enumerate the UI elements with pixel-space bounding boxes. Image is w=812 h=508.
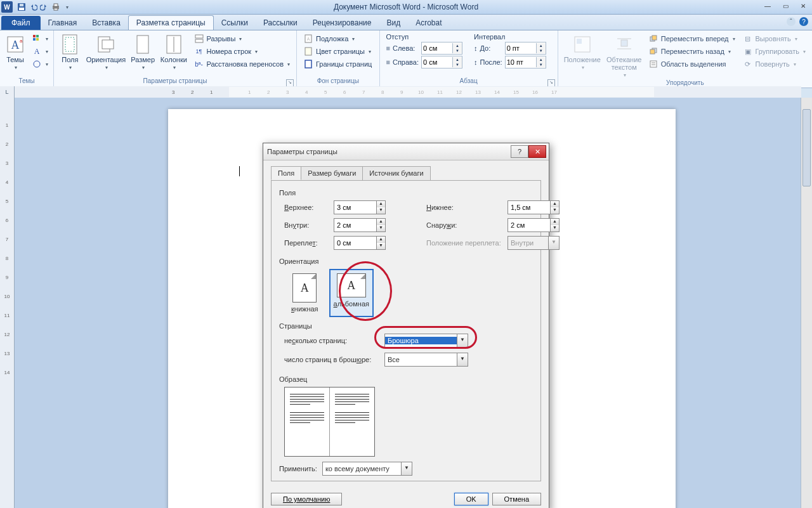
gutter-label: Переплет: — [284, 239, 329, 247]
close-button[interactable]: ✕ — [794, 0, 812, 11]
margins-section-title: Поля — [279, 189, 533, 197]
svg-rect-2 — [20, 4, 23, 6]
sheets-select[interactable]: Все▼ — [384, 353, 468, 367]
word-icon: W — [1, 1, 13, 13]
dialog-close-button[interactable]: ✕ — [528, 145, 546, 158]
dialog-tab-source[interactable]: Источник бумаги — [362, 166, 430, 180]
position-button[interactable]: Положение▾ — [562, 33, 603, 72]
page-color-button[interactable]: Цвет страницы▾ — [301, 46, 374, 57]
inside-margin-input[interactable]: ▲▼ — [334, 218, 386, 232]
ok-button[interactable]: OK — [454, 493, 488, 505]
svg-rect-10 — [36, 35, 39, 37]
indent-left-input[interactable]: ▲▼ — [421, 42, 462, 55]
outside-margin-input[interactable]: ▲▼ — [508, 218, 560, 232]
dialog-tabs: Поля Размер бумаги Источник бумаги — [271, 166, 541, 181]
svg-text:1: 1 — [6, 122, 9, 128]
horizontal-ruler-wrap: L 321 12345 678910 1112131415 1617 — [0, 86, 801, 98]
group-objects-button[interactable]: ▣Группировать▾ — [740, 46, 809, 57]
size-button[interactable]: Размер▾ — [129, 33, 156, 72]
minimize-ribbon-icon[interactable]: ˆ — [787, 17, 796, 26]
svg-rect-4 — [54, 4, 58, 6]
vertical-ruler[interactable]: 12345 678910 11121314 — [0, 98, 15, 508]
tab-home[interactable]: Главная — [41, 16, 85, 30]
tab-review[interactable]: Рецензирование — [305, 16, 379, 30]
group-pagesetup-label: Параметры страницы — [143, 77, 207, 84]
text-cursor — [239, 166, 240, 176]
indent-left-icon: ≡ — [386, 44, 390, 52]
svg-rect-9 — [33, 35, 36, 37]
sample-section-title: Образец — [279, 375, 533, 383]
align-button[interactable]: ⊟Выровнять▾ — [740, 33, 809, 44]
horizontal-ruler[interactable]: 321 12345 678910 1112131415 1617 — [15, 86, 801, 98]
cancel-button[interactable]: Отмена — [492, 493, 541, 505]
dialog-help-button[interactable]: ? — [511, 145, 528, 158]
dialog-tab-margins[interactable]: Поля — [271, 166, 301, 180]
redo-icon[interactable] — [39, 2, 49, 12]
wrap-text-button[interactable]: Обтекание текстом▾ — [605, 33, 643, 79]
svg-text:2: 2 — [6, 141, 9, 147]
bring-forward-button[interactable]: Переместить вперед▾ — [646, 33, 738, 44]
svg-rect-22 — [195, 39, 203, 42]
page-borders-button[interactable]: Границы страниц — [301, 58, 374, 70]
undo-icon[interactable] — [28, 2, 38, 12]
top-margin-input[interactable]: ▲▼ — [334, 200, 386, 214]
titlebar: W ▾ Документ Microsoft Word - Microsoft … — [0, 0, 812, 15]
svg-text:7: 7 — [6, 237, 9, 242]
vertical-scrollbar[interactable] — [801, 98, 812, 508]
preview-box — [284, 387, 375, 457]
group-paragraph-label: Абзац — [460, 77, 478, 84]
apply-to-select[interactable]: ко всему документу▼ — [322, 462, 412, 476]
minimize-button[interactable]: — — [759, 0, 776, 11]
indent-right-input[interactable]: ▲▼ — [421, 56, 462, 68]
tab-mailings[interactable]: Рассылки — [256, 16, 305, 30]
breaks-button[interactable]: Разрывы▾ — [192, 33, 292, 44]
send-backward-button[interactable]: Переместить назад▾ — [646, 46, 738, 57]
indent-right-icon: ≡ — [386, 58, 390, 66]
bottom-margin-label: Нижнее: — [426, 204, 502, 211]
columns-button[interactable]: Колонки▾ — [159, 33, 188, 72]
hyphenation-button[interactable]: bª-Расстановка переносов▾ — [192, 58, 292, 70]
svg-text:3: 3 — [172, 89, 175, 95]
save-icon[interactable] — [16, 2, 27, 12]
gutter-pos-label: Положение переплета: — [426, 239, 502, 247]
line-numbers-button[interactable]: 1¶Номера строк▾ — [192, 46, 292, 57]
help-icon[interactable]: ? — [799, 17, 808, 26]
svg-rect-18 — [137, 36, 148, 53]
spacing-after-input[interactable]: ▲▼ — [505, 56, 546, 68]
tab-references[interactable]: Ссылки — [214, 16, 256, 30]
spacing-before-input[interactable]: ▲▼ — [505, 42, 546, 55]
print-icon[interactable] — [51, 2, 61, 12]
themes-button[interactable]: Aa Темы▾ — [4, 33, 27, 72]
orientation-button[interactable]: Ориентация▾ — [85, 33, 127, 72]
theme-fonts-button[interactable]: A▾ — [29, 46, 51, 57]
tab-page-layout[interactable]: Разметка страницы — [128, 15, 214, 30]
spacing-head: Интервал — [474, 33, 546, 42]
svg-rect-14 — [63, 35, 77, 54]
tab-file[interactable]: Файл — [1, 16, 41, 30]
gutter-input[interactable]: ▲▼ — [334, 236, 386, 250]
dialog-tab-paper[interactable]: Размер бумаги — [301, 166, 363, 180]
ruler-corner: L — [0, 86, 15, 98]
svg-text:2: 2 — [191, 89, 194, 95]
tab-view[interactable]: Вид — [379, 16, 408, 30]
orientation-portrait[interactable]: A книжная — [287, 269, 323, 317]
multi-pages-select[interactable]: Брошюра▼ — [384, 334, 468, 348]
selection-pane-button[interactable]: Область выделения — [646, 58, 738, 70]
bottom-margin-input[interactable]: ▲▼ — [508, 200, 560, 214]
rotate-button[interactable]: ⟳Повернуть▾ — [740, 58, 809, 70]
svg-text:9: 9 — [6, 275, 9, 280]
tab-acrobat[interactable]: Acrobat — [408, 16, 449, 30]
qat-customize-icon[interactable]: ▾ — [62, 2, 72, 12]
svg-text:8: 8 — [6, 256, 9, 261]
theme-colors-button[interactable]: ▾ — [29, 33, 51, 44]
margins-button[interactable]: Поля▾ — [58, 33, 82, 72]
svg-text:1: 1 — [210, 89, 213, 95]
maximize-button[interactable]: ▭ — [776, 0, 794, 11]
window-buttons: — ▭ ✕ — [759, 0, 812, 11]
svg-text:11: 11 — [4, 313, 10, 318]
watermark-button[interactable]: AПодложка▾ — [301, 33, 374, 44]
orientation-landscape[interactable]: A альбомная — [329, 269, 374, 317]
tab-insert[interactable]: Вставка — [84, 16, 128, 30]
theme-effects-button[interactable]: ▾ — [29, 58, 51, 70]
default-button[interactable]: По умолчанию — [271, 493, 342, 505]
